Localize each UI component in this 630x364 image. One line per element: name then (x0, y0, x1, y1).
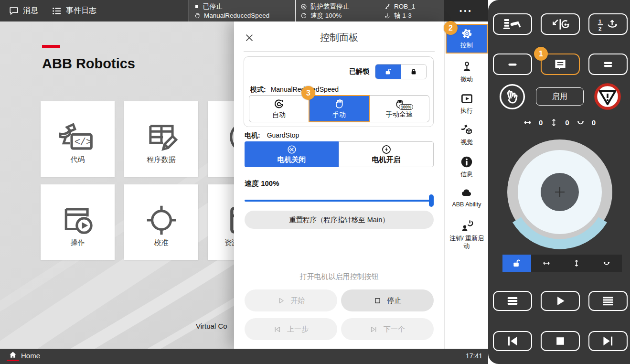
motor-label: 电机: (245, 131, 260, 139)
tile-code[interactable]: 代码 (41, 101, 115, 177)
quad-bar-icon (601, 295, 615, 307)
enable-button[interactable]: 启用 (536, 87, 584, 106)
joystick-pad[interactable] (502, 135, 617, 249)
sidebar-item-info[interactable]: 信息 (445, 155, 489, 178)
skip-back-outline-icon (273, 325, 281, 333)
lock-icon (410, 68, 417, 75)
skip-forward-outline-icon (370, 325, 378, 333)
code-robot-icon (41, 119, 115, 155)
motors-off-button[interactable]: 电机关闭 (245, 141, 339, 167)
robot-arm-icon (384, 3, 391, 10)
jog-select-button[interactable] (493, 13, 532, 35)
tile-calibrate[interactable]: 校准 (124, 184, 198, 260)
arrow-vertical-icon[interactable] (572, 258, 581, 268)
ellipsis-icon: ••• (459, 7, 473, 15)
unlock-icon (512, 258, 522, 268)
prog-key-1-button[interactable] (493, 54, 532, 75)
lock-option[interactable] (401, 64, 426, 79)
sidebar-item-vision[interactable]: 视觉 (445, 123, 489, 146)
quad-bars-button[interactable] (588, 291, 628, 311)
sidebar-label: 微动 (460, 75, 473, 83)
virtual-controller-note: Virtual Co (196, 322, 227, 330)
arrow-rotate-icon[interactable] (602, 258, 611, 268)
sidebar-label: 控制 (460, 41, 473, 50)
event-log-button[interactable]: 事件日志 (52, 0, 96, 21)
tile-program-data[interactable]: 程序数据 (124, 101, 198, 177)
step-forward-hw-button[interactable] (588, 331, 628, 351)
axis-lock-strip (531, 255, 622, 272)
axis-unlock-button[interactable] (502, 255, 531, 272)
sidebar-item-logout-restart[interactable]: 注销/ 重新启动 (445, 219, 489, 250)
top-status-bar: 消息 事件日志 已停止 ManualReducedSpeed 防护装置停止 速度… (0, 0, 488, 21)
taskbar: Home 17:41 (0, 349, 488, 364)
skip-forward-icon (601, 334, 615, 348)
step-back-button[interactable]: 上一步 (245, 318, 337, 340)
list-icon (52, 6, 62, 16)
joystick-icon (460, 61, 473, 74)
hardware-jog-panel: 启用 0 0 0 (488, 0, 630, 364)
mode-auto-button[interactable]: 自动 (249, 95, 309, 122)
motor-buttons: 电机关闭 电机开启 (245, 141, 434, 167)
hand-icon (333, 98, 345, 110)
app-sidebar: 控制 微动 执行 视觉 信息 ABB Ability 注销/ 重新启动 (444, 21, 488, 349)
status-guard: 防护装置停止 (310, 2, 349, 11)
mode-manual-full-button[interactable]: 100% 手动全速 (369, 95, 429, 122)
linear-reorient-button[interactable] (541, 13, 580, 35)
sidebar-item-jog[interactable]: 微动 (445, 61, 489, 83)
step-back-label: 上一步 (287, 325, 309, 334)
home-button[interactable] (7, 351, 19, 361)
single-bar-icon (504, 59, 521, 70)
start-button[interactable]: 开始 (245, 289, 337, 311)
note-icon (553, 57, 567, 72)
control-panel-dialog: 控制面板 已解锁 模式:ManualReducedSpeed 自动 (234, 21, 444, 349)
slider-thumb[interactable] (429, 194, 434, 207)
speed-slider[interactable] (245, 194, 434, 207)
messages-button[interactable]: 消息 (9, 0, 38, 21)
stop-button[interactable]: 停止 (341, 289, 434, 311)
double-bar-icon (600, 59, 616, 70)
home-label: Home (21, 352, 40, 360)
status-box-operation[interactable]: 已停止 ManualReducedSpeed (189, 0, 295, 21)
status-axes: 轴 1-3 (394, 11, 412, 20)
status-stopped: 已停止 (203, 2, 223, 11)
menu-bars-button[interactable] (493, 291, 532, 311)
prog-key-2-button[interactable] (588, 54, 628, 75)
arrow-vertical-icon (549, 118, 559, 128)
unlock-option[interactable] (375, 64, 401, 79)
play-icon (554, 295, 566, 307)
reset-program-button[interactable]: 重置程序（程序指针移至 Main） (245, 211, 434, 229)
emergency-stop-icon[interactable] (594, 83, 621, 110)
dialog-title: 控制面板 (234, 31, 444, 44)
arrow-horizontal-icon[interactable] (542, 258, 551, 268)
more-menu-button[interactable]: ••• (444, 0, 488, 21)
window-play-icon (41, 203, 115, 238)
half-speed-tool-button[interactable] (588, 13, 628, 35)
clock: 17:41 (466, 352, 482, 360)
stop-outline-icon (374, 297, 382, 305)
enable-motors-hint: 打开电机以启用控制按钮 (234, 272, 444, 281)
guard-stop-icon (287, 144, 297, 155)
status-box-robot[interactable]: ROB_1 轴 1-3 (379, 0, 444, 21)
mode-card: 已解锁 模式:ManualReducedSpeed 自动 手动 (244, 56, 434, 127)
step-back-hw-button[interactable] (493, 331, 532, 351)
play-outline-icon (277, 297, 285, 305)
sidebar-label: ABB Ability (452, 201, 481, 209)
sidebar-item-execute[interactable]: 执行 (445, 92, 489, 115)
event-log-label: 事件日志 (66, 6, 96, 16)
start-label: 开始 (291, 296, 305, 305)
play-button[interactable] (541, 291, 580, 311)
stop-hw-button[interactable] (541, 331, 580, 351)
tile-label: 校准 (124, 238, 198, 247)
mode-manual-button[interactable]: 手动 (309, 95, 370, 122)
status-mode: ManualReducedSpeed (204, 12, 269, 19)
status-robot: ROB_1 (394, 3, 415, 10)
tile-label: 操作 (41, 238, 115, 247)
mode-row: 模式:ManualReducedSpeed (250, 86, 339, 94)
step-forward-button[interactable]: 下一个 (341, 318, 434, 340)
motors-on-button[interactable]: 电机开启 (339, 141, 434, 167)
brand-title: ABB Robotics (42, 56, 135, 72)
info-icon (460, 155, 473, 169)
sidebar-item-abb-ability[interactable]: ABB Ability (445, 187, 489, 209)
status-box-safety[interactable]: 防护装置停止 速度 100% (295, 0, 379, 21)
tile-operate[interactable]: 操作 (41, 184, 115, 260)
